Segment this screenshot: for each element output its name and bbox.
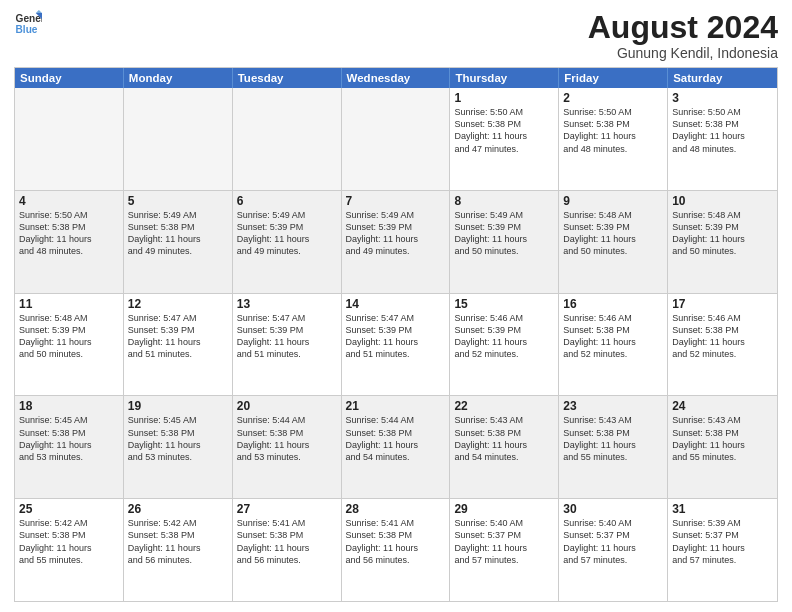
calendar-body: 1Sunrise: 5:50 AM Sunset: 5:38 PM Daylig… [15,88,777,601]
day-number: 28 [346,502,446,516]
day-number: 14 [346,297,446,311]
day-info: Sunrise: 5:45 AM Sunset: 5:38 PM Dayligh… [19,414,119,463]
day-number: 20 [237,399,337,413]
calendar-cell: 11Sunrise: 5:48 AM Sunset: 5:39 PM Dayli… [15,294,124,396]
day-number: 8 [454,194,554,208]
day-info: Sunrise: 5:40 AM Sunset: 5:37 PM Dayligh… [454,517,554,566]
logo: General Blue [14,10,42,38]
day-number: 11 [19,297,119,311]
day-info: Sunrise: 5:40 AM Sunset: 5:37 PM Dayligh… [563,517,663,566]
day-info: Sunrise: 5:41 AM Sunset: 5:38 PM Dayligh… [346,517,446,566]
day-info: Sunrise: 5:49 AM Sunset: 5:39 PM Dayligh… [346,209,446,258]
calendar-cell [342,88,451,190]
day-info: Sunrise: 5:39 AM Sunset: 5:37 PM Dayligh… [672,517,773,566]
title-block: August 2024 Gunung Kendil, Indonesia [588,10,778,61]
calendar-cell: 29Sunrise: 5:40 AM Sunset: 5:37 PM Dayli… [450,499,559,601]
day-number: 9 [563,194,663,208]
calendar-row-2: 11Sunrise: 5:48 AM Sunset: 5:39 PM Dayli… [15,293,777,396]
calendar-cell: 1Sunrise: 5:50 AM Sunset: 5:38 PM Daylig… [450,88,559,190]
day-info: Sunrise: 5:46 AM Sunset: 5:39 PM Dayligh… [454,312,554,361]
day-info: Sunrise: 5:44 AM Sunset: 5:38 PM Dayligh… [237,414,337,463]
calendar-cell: 26Sunrise: 5:42 AM Sunset: 5:38 PM Dayli… [124,499,233,601]
header-cell-tuesday: Tuesday [233,68,342,88]
calendar-cell: 4Sunrise: 5:50 AM Sunset: 5:38 PM Daylig… [15,191,124,293]
day-info: Sunrise: 5:49 AM Sunset: 5:39 PM Dayligh… [237,209,337,258]
day-info: Sunrise: 5:42 AM Sunset: 5:38 PM Dayligh… [19,517,119,566]
calendar: SundayMondayTuesdayWednesdayThursdayFrid… [14,67,778,602]
day-number: 3 [672,91,773,105]
day-number: 21 [346,399,446,413]
day-info: Sunrise: 5:45 AM Sunset: 5:38 PM Dayligh… [128,414,228,463]
day-info: Sunrise: 5:47 AM Sunset: 5:39 PM Dayligh… [346,312,446,361]
day-info: Sunrise: 5:50 AM Sunset: 5:38 PM Dayligh… [563,106,663,155]
calendar-cell: 12Sunrise: 5:47 AM Sunset: 5:39 PM Dayli… [124,294,233,396]
svg-marker-3 [36,10,42,13]
day-number: 31 [672,502,773,516]
calendar-cell: 9Sunrise: 5:48 AM Sunset: 5:39 PM Daylig… [559,191,668,293]
location-title: Gunung Kendil, Indonesia [588,45,778,61]
calendar-cell: 5Sunrise: 5:49 AM Sunset: 5:38 PM Daylig… [124,191,233,293]
header-cell-sunday: Sunday [15,68,124,88]
day-number: 6 [237,194,337,208]
calendar-row-4: 25Sunrise: 5:42 AM Sunset: 5:38 PM Dayli… [15,498,777,601]
calendar-cell: 19Sunrise: 5:45 AM Sunset: 5:38 PM Dayli… [124,396,233,498]
day-info: Sunrise: 5:42 AM Sunset: 5:38 PM Dayligh… [128,517,228,566]
header-cell-wednesday: Wednesday [342,68,451,88]
calendar-cell: 25Sunrise: 5:42 AM Sunset: 5:38 PM Dayli… [15,499,124,601]
day-number: 12 [128,297,228,311]
day-number: 30 [563,502,663,516]
day-number: 4 [19,194,119,208]
day-number: 26 [128,502,228,516]
day-info: Sunrise: 5:50 AM Sunset: 5:38 PM Dayligh… [672,106,773,155]
header: General Blue August 2024 Gunung Kendil, … [14,10,778,61]
day-number: 22 [454,399,554,413]
calendar-cell: 7Sunrise: 5:49 AM Sunset: 5:39 PM Daylig… [342,191,451,293]
day-info: Sunrise: 5:48 AM Sunset: 5:39 PM Dayligh… [19,312,119,361]
logo-icon: General Blue [14,10,42,38]
day-number: 18 [19,399,119,413]
month-title: August 2024 [588,10,778,45]
day-number: 29 [454,502,554,516]
calendar-cell: 18Sunrise: 5:45 AM Sunset: 5:38 PM Dayli… [15,396,124,498]
day-number: 23 [563,399,663,413]
calendar-cell: 21Sunrise: 5:44 AM Sunset: 5:38 PM Dayli… [342,396,451,498]
page: General Blue August 2024 Gunung Kendil, … [0,0,792,612]
calendar-cell: 15Sunrise: 5:46 AM Sunset: 5:39 PM Dayli… [450,294,559,396]
day-info: Sunrise: 5:50 AM Sunset: 5:38 PM Dayligh… [19,209,119,258]
svg-text:Blue: Blue [16,24,38,35]
header-cell-saturday: Saturday [668,68,777,88]
day-number: 15 [454,297,554,311]
day-number: 1 [454,91,554,105]
day-info: Sunrise: 5:46 AM Sunset: 5:38 PM Dayligh… [672,312,773,361]
calendar-cell: 14Sunrise: 5:47 AM Sunset: 5:39 PM Dayli… [342,294,451,396]
calendar-cell: 6Sunrise: 5:49 AM Sunset: 5:39 PM Daylig… [233,191,342,293]
day-number: 17 [672,297,773,311]
header-cell-thursday: Thursday [450,68,559,88]
calendar-cell: 24Sunrise: 5:43 AM Sunset: 5:38 PM Dayli… [668,396,777,498]
calendar-cell: 30Sunrise: 5:40 AM Sunset: 5:37 PM Dayli… [559,499,668,601]
calendar-cell: 22Sunrise: 5:43 AM Sunset: 5:38 PM Dayli… [450,396,559,498]
calendar-cell: 2Sunrise: 5:50 AM Sunset: 5:38 PM Daylig… [559,88,668,190]
calendar-header: SundayMondayTuesdayWednesdayThursdayFrid… [15,68,777,88]
calendar-cell: 31Sunrise: 5:39 AM Sunset: 5:37 PM Dayli… [668,499,777,601]
calendar-cell: 16Sunrise: 5:46 AM Sunset: 5:38 PM Dayli… [559,294,668,396]
day-number: 24 [672,399,773,413]
day-info: Sunrise: 5:41 AM Sunset: 5:38 PM Dayligh… [237,517,337,566]
day-info: Sunrise: 5:47 AM Sunset: 5:39 PM Dayligh… [237,312,337,361]
day-info: Sunrise: 5:49 AM Sunset: 5:38 PM Dayligh… [128,209,228,258]
calendar-cell: 3Sunrise: 5:50 AM Sunset: 5:38 PM Daylig… [668,88,777,190]
calendar-cell: 23Sunrise: 5:43 AM Sunset: 5:38 PM Dayli… [559,396,668,498]
calendar-cell: 20Sunrise: 5:44 AM Sunset: 5:38 PM Dayli… [233,396,342,498]
day-number: 5 [128,194,228,208]
calendar-cell [124,88,233,190]
header-cell-monday: Monday [124,68,233,88]
day-number: 7 [346,194,446,208]
calendar-row-0: 1Sunrise: 5:50 AM Sunset: 5:38 PM Daylig… [15,88,777,190]
calendar-cell: 28Sunrise: 5:41 AM Sunset: 5:38 PM Dayli… [342,499,451,601]
day-info: Sunrise: 5:47 AM Sunset: 5:39 PM Dayligh… [128,312,228,361]
day-number: 2 [563,91,663,105]
day-number: 25 [19,502,119,516]
calendar-cell [15,88,124,190]
calendar-cell: 8Sunrise: 5:49 AM Sunset: 5:39 PM Daylig… [450,191,559,293]
calendar-row-1: 4Sunrise: 5:50 AM Sunset: 5:38 PM Daylig… [15,190,777,293]
